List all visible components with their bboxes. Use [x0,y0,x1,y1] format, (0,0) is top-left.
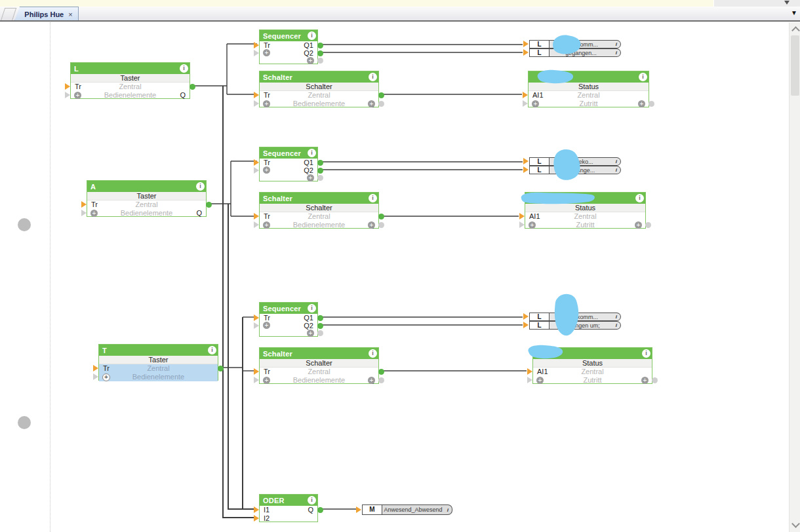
input-port-extra[interactable] [527,377,532,383]
input-port-tr[interactable] [254,314,259,321]
input-port-extra[interactable] [523,100,528,107]
input-port-tr[interactable] [254,42,259,48]
input-port[interactable] [356,506,361,513]
output-port-extra[interactable] [652,377,658,383]
add-input-icon[interactable]: + [529,221,536,229]
status-block-3[interactable]: i Status AI1Zentral +Zutritt+ [532,347,652,384]
info-icon[interactable]: i [308,304,316,313]
input-port-ai1[interactable] [519,213,525,219]
input-port-ai1[interactable] [523,92,528,98]
add-input-icon[interactable]: + [263,377,270,384]
sequencer-block-2[interactable]: Sequenceri TrQ1 +Q2 + [259,147,318,181]
info-icon[interactable]: i [369,194,377,202]
info-icon[interactable]: i [616,167,617,173]
schalter-block-1[interactable]: Schalteri Schalter TrZentralQ +Bedienele… [259,71,379,107]
memory-flag-row[interactable]: L angekomm...i [529,313,621,321]
taster-block-t-selected[interactable]: Ti Taster TrZentralQ +Bedienelemente [98,344,218,381]
output-port-extra[interactable] [645,222,651,228]
output-port-q2[interactable] [317,323,323,329]
output-port-q2[interactable] [317,50,323,56]
memory-flag-row[interactable]: L gegange...i [529,166,621,174]
memory-flag-row[interactable]: L gegangen...i [529,48,621,57]
output-port-q[interactable] [218,366,224,371]
input-port-tr[interactable] [81,201,87,208]
input-port[interactable] [523,41,529,47]
input-port-i1[interactable] [254,506,259,513]
add-input-icon[interactable]: + [536,377,544,384]
input-port-tr[interactable] [254,159,259,166]
info-icon[interactable]: i [639,73,647,81]
oder-block[interactable]: ODERi I1Q I2 [259,494,318,522]
info-icon[interactable]: i [616,314,617,320]
output-port-extra[interactable] [378,222,384,228]
memory-flag-row[interactable]: L gegangen um;i [529,321,621,330]
add-input-icon[interactable]: + [74,92,81,99]
add-input-icon[interactable]: + [263,100,270,107]
memory-flag-row[interactable]: L angekomm...i [529,40,621,48]
status-block-1[interactable]: i Status AI1Zentral +Zutritt+ [528,71,649,107]
info-icon[interactable]: i [642,349,650,358]
input-port-extra[interactable] [93,373,98,380]
info-icon[interactable]: i [616,41,617,47]
info-icon[interactable]: i [308,31,316,40]
add-input-icon[interactable]: + [532,100,539,107]
output-port-q1[interactable] [317,315,323,321]
info-icon[interactable]: i [308,496,316,504]
output-port-extra[interactable] [317,58,323,64]
input-port-extra[interactable] [254,221,259,228]
input-port-extra[interactable] [81,210,87,216]
add-output-icon[interactable]: + [368,221,375,229]
add-output-icon[interactable]: + [307,174,314,181]
input-port-tr[interactable] [254,368,259,375]
info-icon[interactable]: i [208,346,216,354]
info-icon[interactable]: i [180,64,188,73]
schalter-block-3[interactable]: Schalteri Schalter TrZentralQ +Bedienele… [259,347,379,384]
add-input-icon[interactable]: + [263,49,270,56]
input-port-ai1[interactable] [527,368,532,375]
add-input-icon[interactable]: + [263,166,270,174]
output-port-extra[interactable] [317,330,323,336]
output-port-q[interactable] [378,92,384,98]
input-port-tr[interactable] [254,213,259,219]
add-output-icon[interactable]: + [638,100,645,107]
status-block-2[interactable]: i Status AI1Zentral +Zutritt+ [525,192,646,229]
add-output-icon[interactable]: + [307,57,314,64]
add-input-icon[interactable]: + [263,221,270,229]
input-port[interactable] [523,313,529,320]
input-port-tr[interactable] [93,365,98,371]
info-icon[interactable]: i [616,322,617,328]
input-port-extra[interactable] [254,322,259,329]
sequencer-block-1[interactable]: Sequenceri TrQ1 +Q2 + [259,29,318,64]
add-output-icon[interactable]: + [368,377,375,384]
sequencer-block-3[interactable]: Sequenceri TrQ1 +Q2 + [259,302,318,337]
output-port-q[interactable] [378,369,384,375]
taster-block-l[interactable]: Li Taster TrZentralQ +Bedienelemente [70,62,190,99]
add-input-icon[interactable]: + [263,322,270,329]
input-port-i2[interactable] [254,515,259,522]
output-port-q2[interactable] [317,168,323,174]
input-port-extra[interactable] [65,92,70,98]
input-port-extra[interactable] [254,100,259,107]
taster-block-a[interactable]: Ai Taster TrZentralQ +Bedienelemente [87,180,207,217]
marker-block[interactable]: M Anwesend_Abwesendi [362,504,452,515]
output-port-extra[interactable] [317,175,323,181]
input-port-extra[interactable] [519,221,525,228]
info-icon[interactable]: i [635,194,644,202]
output-port-extra[interactable] [378,101,384,107]
input-port[interactable] [523,158,529,164]
add-input-icon[interactable]: + [102,373,110,381]
add-output-icon[interactable]: + [635,221,642,229]
memory-flag-row[interactable]: L angeko...i [529,157,621,166]
output-port-q[interactable] [190,84,195,90]
add-output-icon[interactable]: + [641,377,649,384]
input-port[interactable] [523,49,529,56]
input-port-tr[interactable] [254,92,259,98]
output-port-q1[interactable] [317,43,323,48]
input-port-extra[interactable] [254,377,259,383]
info-icon[interactable]: i [369,349,377,358]
info-icon[interactable]: i [616,159,617,164]
input-port[interactable] [523,322,529,328]
info-icon[interactable]: i [447,507,449,513]
info-icon[interactable]: i [308,149,316,157]
input-port-extra[interactable] [254,167,259,174]
